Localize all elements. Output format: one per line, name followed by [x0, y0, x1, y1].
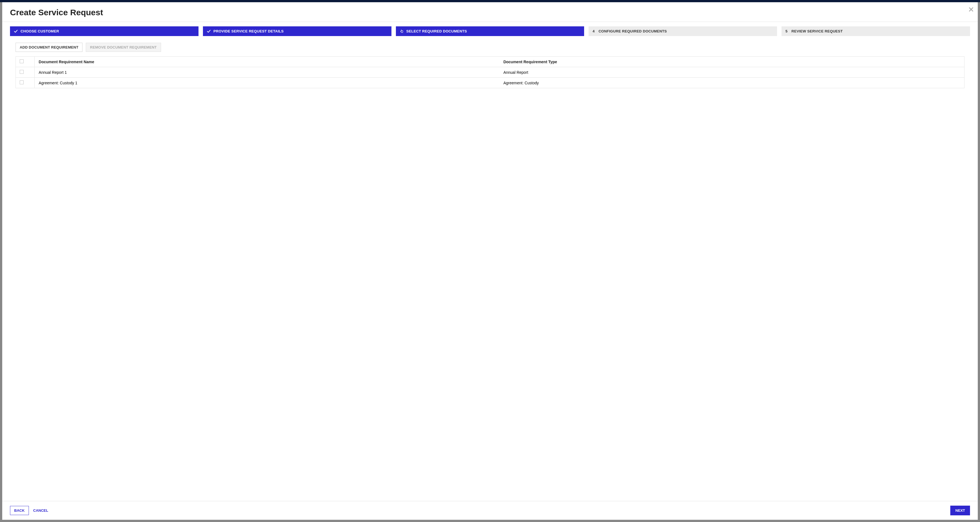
action-buttons: ADD DOCUMENT REQUIREMENT REMOVE DOCUMENT…	[16, 43, 964, 52]
column-header-name: Document Requirement Name	[35, 57, 500, 67]
step-select-documents[interactable]: SELECT REQUIRED DOCUMENTS	[396, 26, 584, 36]
app-top-bar	[0, 0, 980, 2]
check-icon	[207, 29, 211, 33]
table-row: Agreement: Custody 1 Agreement: Custody	[16, 78, 964, 88]
step-label: CONFIGURE REQUIRED DOCUMENTS	[598, 29, 667, 33]
pointer-icon	[400, 29, 404, 33]
back-button[interactable]: BACK	[10, 506, 29, 515]
cell-type: Annual Report	[500, 67, 964, 78]
modal-header: Create Service Request	[2, 2, 978, 22]
row-checkbox-cell	[16, 78, 35, 88]
step-number: 4	[592, 29, 595, 33]
select-all-checkbox[interactable]	[20, 59, 24, 63]
row-checkbox-cell	[16, 67, 35, 78]
modal-footer: BACK CANCEL NEXT	[2, 501, 978, 520]
cancel-button[interactable]: CANCEL	[33, 508, 48, 512]
next-button[interactable]: NEXT	[950, 506, 970, 515]
cell-name: Agreement: Custody 1	[35, 78, 500, 88]
check-icon	[14, 29, 18, 33]
close-icon[interactable]	[969, 6, 973, 13]
modal-title: Create Service Request	[10, 8, 970, 17]
row-checkbox[interactable]	[20, 81, 24, 84]
step-review-request[interactable]: 5 REVIEW SERVICE REQUEST	[781, 26, 970, 36]
select-all-cell	[16, 57, 35, 67]
step-label: SELECT REQUIRED DOCUMENTS	[406, 29, 467, 33]
row-checkbox[interactable]	[20, 70, 24, 74]
step-label: CHOOSE CUSTOMER	[21, 29, 59, 33]
step-label: PROVIDE SERVICE REQUEST DETAILS	[213, 29, 284, 33]
wizard-steps: CHOOSE CUSTOMER PROVIDE SERVICE REQUEST …	[2, 22, 978, 36]
content-area: ADD DOCUMENT REQUIREMENT REMOVE DOCUMENT…	[2, 36, 978, 501]
table-row: Annual Report 1 Annual Report	[16, 67, 964, 78]
cell-name: Annual Report 1	[35, 67, 500, 78]
modal-create-service-request: Create Service Request CHOOSE CUSTOMER P…	[2, 2, 978, 520]
table-header-row: Document Requirement Name Document Requi…	[16, 57, 964, 67]
remove-document-requirement-button: REMOVE DOCUMENT REQUIREMENT	[86, 43, 161, 52]
column-header-type: Document Requirement Type	[500, 57, 964, 67]
step-configure-documents[interactable]: 4 CONFIGURE REQUIRED DOCUMENTS	[589, 26, 777, 36]
step-label: REVIEW SERVICE REQUEST	[792, 29, 843, 33]
document-requirements-table: Document Requirement Name Document Requi…	[16, 56, 964, 88]
step-choose-customer[interactable]: CHOOSE CUSTOMER	[10, 26, 199, 36]
step-number: 5	[785, 29, 788, 33]
cell-type: Agreement: Custody	[500, 78, 964, 88]
footer-left: BACK CANCEL	[10, 506, 48, 515]
add-document-requirement-button[interactable]: ADD DOCUMENT REQUIREMENT	[16, 43, 83, 52]
step-provide-details[interactable]: PROVIDE SERVICE REQUEST DETAILS	[203, 26, 391, 36]
